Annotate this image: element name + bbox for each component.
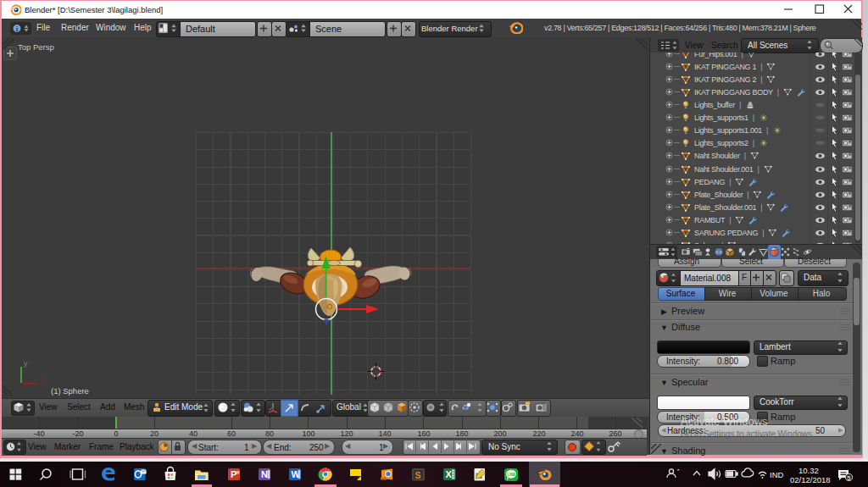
svg-text:N: N bbox=[261, 469, 268, 479]
svg-text:LINE: LINE bbox=[507, 473, 515, 477]
svg-text:X: X bbox=[446, 469, 453, 479]
svg-text:02/12/2018: 02/12/2018 bbox=[790, 475, 831, 484]
svg-text:P: P bbox=[231, 469, 236, 479]
svg-text:x: x bbox=[40, 375, 44, 384]
svg-text:IND: IND bbox=[770, 470, 784, 479]
svg-text:5: 5 bbox=[847, 474, 850, 482]
svg-text:10.32: 10.32 bbox=[798, 466, 819, 475]
svg-text:y: y bbox=[24, 359, 28, 368]
svg-text:S: S bbox=[415, 470, 421, 480]
